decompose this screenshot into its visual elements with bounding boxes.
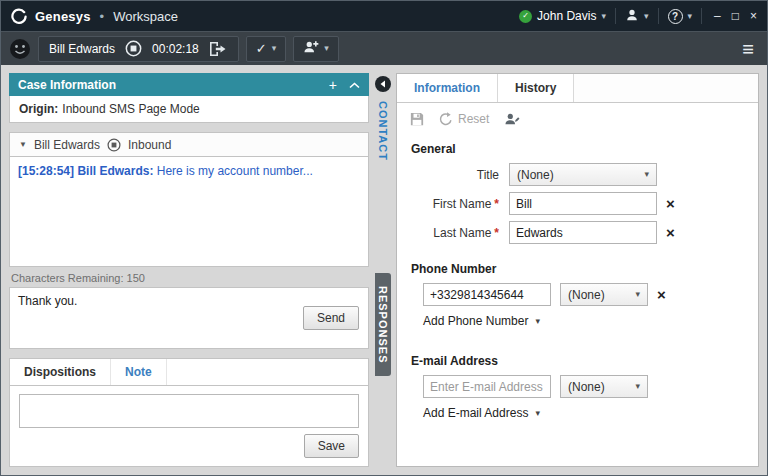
case-information-title: Case Information	[18, 78, 116, 92]
required-marker: *	[494, 226, 499, 240]
tab-information[interactable]: Information	[397, 74, 498, 102]
party-row[interactable]: ▼ Bill Edwards Inbound	[9, 132, 369, 157]
reset-icon	[439, 112, 453, 126]
add-phone-number-button[interactable]: Add Phone Number ▾	[423, 314, 540, 328]
add-email-label: Add E-mail Address	[423, 406, 528, 420]
interaction-panel: Case Information + Origin:Inbound SMS Pa…	[9, 73, 369, 467]
interaction-timer: 00:02:18	[152, 42, 199, 56]
chevron-down-icon: ▾	[535, 317, 540, 326]
brand-name: Genesys	[35, 9, 91, 24]
interaction-controls: Bill Edwards 00:02:18	[38, 36, 239, 62]
clear-phone-button[interactable]: ×	[657, 287, 666, 302]
user-status-menu[interactable]: ✓ John Davis ▾	[519, 9, 606, 23]
section-phone: Phone Number	[411, 262, 744, 276]
title-label: Title	[477, 168, 499, 182]
title-select[interactable]: (None) ▾	[509, 163, 657, 186]
chat-card: ▼ Bill Edwards Inbound [15:28:54] Bill E…	[9, 132, 369, 267]
phone-row: (None) ▾ ×	[423, 283, 744, 306]
reset-contact-button[interactable]: Reset	[439, 112, 489, 126]
side-tab-strip: CONTACT RESPONSES	[369, 73, 396, 467]
compose-area: Thank you. Send	[9, 287, 369, 349]
message-timestamp: [15:28:54]	[18, 164, 74, 178]
contact-form: General Title (None) ▾ First Name* ×	[397, 131, 758, 430]
message-input[interactable]: Thank you.	[10, 288, 294, 348]
close-button[interactable]: ×	[750, 10, 757, 22]
chat-transcript: [15:28:54] Bill Edwards: Here is my acco…	[9, 157, 369, 267]
add-email-button[interactable]: Add E-mail Address ▾	[423, 406, 540, 420]
last-name-input[interactable]	[509, 221, 657, 244]
menu-button[interactable]: ≡	[737, 39, 759, 59]
collapse-panel-button[interactable]	[375, 76, 391, 92]
agent-menu[interactable]: ▾	[625, 8, 649, 25]
party-name: Bill Edwards	[34, 138, 100, 152]
minimize-button[interactable]: –	[714, 10, 721, 22]
send-button[interactable]: Send	[303, 306, 359, 330]
clear-last-name-button[interactable]: ×	[666, 225, 675, 240]
window-controls: – □ ×	[714, 10, 757, 22]
tab-history[interactable]: History	[498, 74, 574, 102]
clear-first-name-button[interactable]: ×	[666, 196, 675, 211]
first-name-input[interactable]	[509, 192, 657, 215]
sms-interaction-icon	[9, 38, 31, 60]
save-note-button[interactable]: Save	[304, 434, 359, 458]
note-content	[10, 386, 368, 428]
separator	[658, 8, 659, 24]
titlebar: Genesys • Workspace ✓ John Davis ▾ ▾ ? ▾	[1, 1, 767, 31]
chevron-down-icon: ▼	[19, 141, 27, 149]
case-actions: +	[329, 78, 360, 92]
titlebar-right: ✓ John Davis ▾ ▾ ? ▾ – □ ×	[519, 8, 757, 25]
consult-button[interactable]: ▾	[293, 36, 339, 62]
mark-done-button[interactable]: ✓ ▾	[246, 36, 286, 62]
last-name-label: Last Name	[433, 226, 491, 240]
email-type-select[interactable]: (None) ▾	[560, 375, 648, 398]
note-input[interactable]	[19, 394, 359, 428]
chevron-down-icon: ▾	[644, 12, 649, 21]
phone-type-value: (None)	[568, 288, 605, 302]
phone-number-input[interactable]	[423, 283, 551, 306]
chevron-down-icon: ▾	[635, 290, 640, 299]
title-row: Title (None) ▾	[411, 163, 744, 186]
note-tabs: Dispositions Note	[10, 359, 368, 386]
inbound-status-icon	[107, 138, 121, 152]
reset-label: Reset	[458, 112, 489, 126]
section-email: E-mail Address	[411, 354, 744, 368]
save-contact-button[interactable]	[410, 112, 424, 126]
note-footer: Save	[10, 428, 368, 466]
required-marker: *	[494, 197, 499, 211]
add-phone-number-label: Add Phone Number	[423, 314, 528, 328]
tab-contact[interactable]: CONTACT	[377, 101, 389, 161]
add-case-data-button[interactable]: +	[329, 78, 337, 92]
first-name-label: First Name	[433, 197, 492, 211]
stop-interaction-button[interactable]	[125, 40, 142, 57]
tab-dispositions[interactable]: Dispositions	[10, 359, 111, 385]
app-name: Workspace	[113, 9, 178, 24]
tab-note[interactable]: Note	[111, 359, 167, 385]
origin-value: Inbound SMS Page Mode	[62, 102, 199, 116]
interaction-toolbar: Bill Edwards 00:02:18 ✓ ▾ ▾ ≡	[1, 31, 767, 65]
add-contact-icon	[303, 40, 319, 57]
section-general: General	[411, 142, 744, 156]
chevron-down-icon: ▾	[272, 44, 277, 53]
collapse-case-button[interactable]	[349, 78, 360, 92]
check-icon: ✓	[256, 42, 267, 55]
title-value: (None)	[517, 168, 554, 182]
chevron-down-icon: ▾	[324, 44, 329, 53]
email-row: (None) ▾	[423, 375, 744, 398]
tab-responses[interactable]: RESPONSES	[375, 273, 391, 376]
characters-remaining: Characters Remaining: 150	[9, 267, 369, 287]
maximize-button[interactable]: □	[732, 10, 739, 22]
chat-message: [15:28:54] Bill Edwards: Here is my acco…	[18, 163, 360, 179]
origin-label: Origin:	[19, 102, 58, 116]
case-information-card: Case Information + Origin:Inbound SMS Pa…	[9, 73, 369, 123]
case-information-header: Case Information +	[9, 73, 369, 96]
help-icon: ?	[668, 9, 683, 24]
note-card: Dispositions Note Save	[9, 358, 369, 467]
contact-panel: Information History Reset General	[396, 73, 759, 467]
assign-contact-button[interactable]	[504, 112, 520, 126]
separator	[701, 8, 702, 24]
phone-type-select[interactable]: (None) ▾	[560, 283, 648, 306]
email-input[interactable]	[423, 375, 551, 398]
brand-separator: •	[100, 9, 105, 24]
help-menu[interactable]: ? ▾	[668, 9, 693, 24]
end-interaction-button[interactable]	[209, 41, 228, 57]
